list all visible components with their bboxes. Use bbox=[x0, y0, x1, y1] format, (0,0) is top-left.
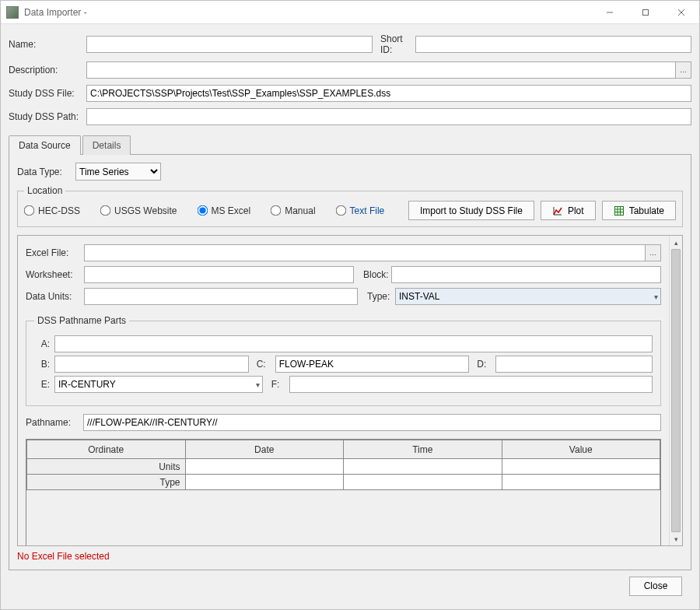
cell[interactable] bbox=[502, 459, 660, 475]
scrollpane-wrapper: Excel File: … Worksheet: Block: Data Un bbox=[17, 235, 683, 546]
pathname-parts-legend: DSS Pathname Parts bbox=[34, 315, 129, 326]
rowhdr-type: Type bbox=[27, 475, 186, 490]
radio-manual[interactable] bbox=[271, 205, 282, 216]
excel-file-browse-button[interactable]: … bbox=[646, 244, 661, 261]
part-f-label: F: bbox=[266, 379, 286, 390]
app-icon bbox=[6, 6, 19, 19]
location-fieldset: Location HEC-DSS USGS Website MS Excel bbox=[17, 185, 683, 227]
scroll-thumb[interactable] bbox=[671, 249, 681, 532]
tabulate-icon bbox=[614, 205, 625, 216]
block-label: Block: bbox=[354, 269, 391, 280]
radio-hec-dss-label: HEC-DSS bbox=[38, 205, 80, 216]
part-c-label: C: bbox=[252, 359, 272, 370]
table-row-type: Type bbox=[27, 475, 660, 490]
table-row-units: Units bbox=[27, 459, 660, 475]
part-a-input[interactable] bbox=[54, 335, 653, 352]
excel-file-input[interactable] bbox=[84, 244, 646, 261]
radio-ms-excel-item[interactable]: MS Excel bbox=[198, 205, 251, 216]
ellipsis-icon: … bbox=[649, 249, 656, 257]
minimize-icon bbox=[606, 9, 614, 16]
excel-file-label: Excel File: bbox=[26, 247, 84, 258]
data-units-label: Data Units: bbox=[26, 291, 84, 302]
maximize-icon bbox=[642, 9, 649, 16]
table-header-row: Ordinate Date Time Value bbox=[27, 440, 660, 459]
location-legend: Location bbox=[24, 185, 65, 196]
part-e-label: E: bbox=[34, 379, 51, 390]
plot-button-label: Plot bbox=[568, 205, 584, 216]
part-f-input[interactable] bbox=[289, 376, 653, 393]
type-select[interactable] bbox=[395, 288, 661, 305]
minimize-button[interactable] bbox=[592, 1, 628, 23]
radio-manual-label: Manual bbox=[285, 205, 315, 216]
radio-text-file[interactable] bbox=[335, 205, 346, 216]
cell[interactable] bbox=[344, 475, 502, 490]
data-table: Ordinate Date Time Value Units bbox=[26, 440, 660, 490]
svg-rect-4 bbox=[614, 206, 623, 215]
study-dss-file-input bbox=[86, 85, 691, 102]
scroll-up-icon[interactable]: ▴ bbox=[670, 236, 682, 249]
part-c-input[interactable] bbox=[275, 356, 470, 373]
part-b-input[interactable] bbox=[54, 356, 249, 373]
close-icon bbox=[677, 9, 685, 16]
col-time[interactable]: Time bbox=[344, 440, 502, 459]
tabstrip: Data Source Details bbox=[9, 135, 691, 154]
tab-data-source[interactable]: Data Source bbox=[9, 135, 81, 155]
name-label: Name: bbox=[9, 39, 86, 50]
cell[interactable] bbox=[344, 459, 502, 475]
tabulate-button[interactable]: Tabulate bbox=[602, 201, 676, 220]
pathname-parts-fieldset: DSS Pathname Parts A: B: C: D: bbox=[26, 315, 661, 406]
radio-text-file-label: Text File bbox=[350, 205, 385, 216]
plot-button[interactable]: Plot bbox=[541, 201, 596, 220]
tabulate-button-label: Tabulate bbox=[629, 205, 664, 216]
short-id-input[interactable] bbox=[415, 36, 691, 53]
description-input[interactable] bbox=[86, 61, 676, 79]
radio-usgs-item[interactable]: USGS Website bbox=[100, 205, 177, 216]
part-e-select[interactable] bbox=[54, 376, 263, 393]
part-b-label: B: bbox=[34, 359, 51, 370]
close-window-button[interactable] bbox=[663, 1, 699, 23]
part-a-label: A: bbox=[34, 338, 51, 349]
tab-details[interactable]: Details bbox=[82, 135, 131, 155]
study-dss-path-label: Study DSS Path: bbox=[9, 111, 86, 122]
radio-usgs-label: USGS Website bbox=[114, 205, 177, 216]
close-button[interactable]: Close bbox=[629, 577, 682, 596]
scroll-down-icon[interactable]: ▾ bbox=[670, 532, 682, 545]
window: Data Importer - Name: Short ID: Descript… bbox=[0, 0, 700, 610]
data-units-input[interactable] bbox=[84, 288, 358, 305]
data-type-label: Data Type: bbox=[17, 167, 75, 177]
import-button[interactable]: Import to Study DSS File bbox=[408, 201, 534, 220]
vertical-scrollbar[interactable]: ▴ ▾ bbox=[669, 236, 682, 545]
radio-manual-item[interactable]: Manual bbox=[271, 205, 315, 216]
radio-hec-dss-item[interactable]: HEC-DSS bbox=[24, 205, 80, 216]
titlebar: Data Importer - bbox=[1, 1, 699, 24]
col-ordinate[interactable]: Ordinate bbox=[27, 440, 186, 459]
cell[interactable] bbox=[185, 475, 344, 490]
content-area: Name: Short ID: Description: … Study DSS… bbox=[1, 24, 699, 609]
cell[interactable] bbox=[185, 459, 344, 475]
status-message: No Excel File selected bbox=[17, 551, 683, 562]
window-title: Data Importer - bbox=[24, 7, 87, 18]
description-label: Description: bbox=[9, 65, 86, 75]
name-input[interactable] bbox=[86, 36, 373, 53]
data-table-container: Ordinate Date Time Value Units bbox=[26, 439, 661, 545]
part-d-input bbox=[495, 356, 653, 373]
radio-text-file-item[interactable]: Text File bbox=[336, 205, 385, 216]
block-input[interactable] bbox=[391, 266, 661, 283]
radio-ms-excel-label: MS Excel bbox=[212, 205, 251, 216]
scrollpane: Excel File: … Worksheet: Block: Data Un bbox=[18, 236, 669, 545]
radio-usgs[interactable] bbox=[100, 205, 111, 216]
cell[interactable] bbox=[502, 475, 660, 490]
description-expand-button[interactable]: … bbox=[676, 61, 691, 79]
radio-ms-excel[interactable] bbox=[197, 205, 208, 216]
col-date[interactable]: Date bbox=[185, 440, 344, 459]
data-type-select[interactable]: Time Series bbox=[75, 163, 161, 181]
col-value[interactable]: Value bbox=[502, 440, 660, 459]
rowhdr-units: Units bbox=[27, 459, 186, 475]
short-id-label: Short ID: bbox=[373, 33, 415, 55]
type-label: Type: bbox=[358, 291, 395, 302]
maximize-button[interactable] bbox=[628, 1, 663, 23]
pathname-input[interactable] bbox=[83, 414, 661, 431]
worksheet-input[interactable] bbox=[84, 266, 354, 283]
radio-hec-dss[interactable] bbox=[24, 205, 35, 216]
window-controls bbox=[592, 1, 699, 23]
